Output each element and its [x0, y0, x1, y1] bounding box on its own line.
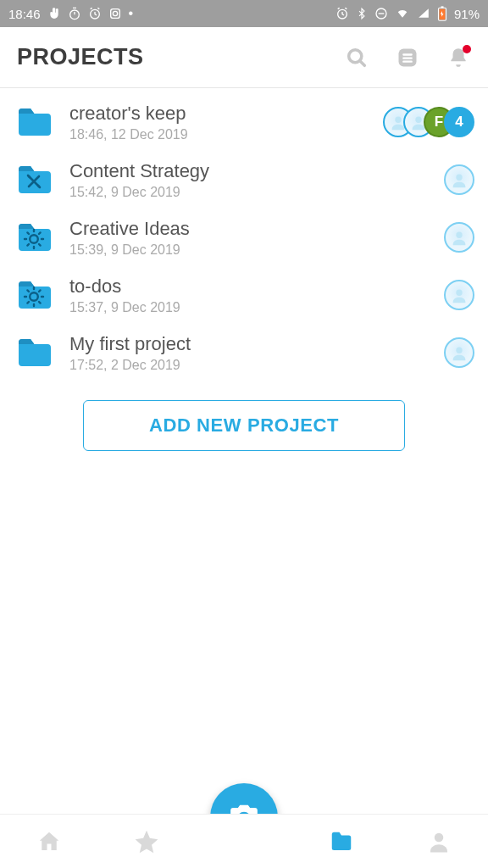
folder-icon — [12, 100, 56, 144]
android-status-bar: 18:46 • 91% — [0, 0, 488, 27]
nav-profile[interactable] — [413, 821, 464, 862]
svg-rect-12 — [402, 57, 413, 58]
folder-icon — [12, 273, 56, 317]
home-icon — [36, 829, 62, 854]
notification-dot-icon — [463, 45, 471, 53]
alarm-icon — [336, 7, 349, 20]
app-icon — [108, 7, 122, 20]
battery-icon — [437, 6, 447, 21]
project-subtitle: 17:52, 2 Dec 2019 — [69, 358, 430, 373]
nav-home[interactable] — [24, 821, 75, 862]
app-header: PROJECTS — [0, 27, 488, 88]
project-subtitle: 15:39, 9 Dec 2019 — [69, 242, 430, 258]
svg-rect-2 — [110, 9, 119, 19]
stopwatch-icon — [68, 7, 81, 20]
projects-list: creator's keep18:46, 12 Dec 2019F4Conten… — [0, 88, 488, 381]
project-row[interactable]: creator's keep18:46, 12 Dec 2019F4 — [0, 93, 488, 151]
avatar[interactable] — [444, 337, 474, 368]
nav-camera-spacer — [219, 821, 269, 862]
add-new-project-button[interactable]: ADD NEW PROJECT — [83, 400, 405, 451]
svg-point-21 — [456, 348, 462, 353]
project-row[interactable]: Content Strategy15:42, 9 Dec 2019 — [0, 151, 488, 209]
project-subtitle: 15:42, 9 Dec 2019 — [69, 185, 430, 200]
project-title: to-dos — [69, 275, 430, 298]
project-title: Content Strategy — [69, 159, 430, 183]
project-title: My first project — [69, 332, 430, 356]
svg-point-18 — [456, 232, 462, 238]
svg-point-20 — [456, 290, 462, 296]
project-row[interactable]: to-dos15:37, 9 Dec 2019 — [0, 266, 488, 324]
folder-icon — [12, 158, 56, 202]
project-subtitle: 15:37, 9 Dec 2019 — [69, 300, 430, 315]
wifi-icon — [395, 8, 410, 19]
svg-point-0 — [69, 10, 79, 19]
svg-point-14 — [395, 117, 401, 123]
svg-rect-7 — [441, 6, 443, 8]
bluetooth-icon — [356, 7, 368, 20]
svg-point-16 — [456, 175, 462, 181]
page-title: PROJECTS — [17, 44, 144, 70]
dnd-icon — [374, 7, 388, 20]
svg-point-3 — [113, 11, 117, 15]
project-row[interactable]: My first project17:52, 2 Dec 2019 — [0, 324, 488, 381]
svg-point-22 — [435, 832, 444, 842]
project-row[interactable]: Creative Ideas15:39, 9 Dec 2019 — [0, 209, 488, 266]
avatar[interactable] — [444, 280, 474, 310]
svg-point-15 — [415, 117, 421, 123]
search-icon — [345, 46, 369, 70]
dot-icon: • — [129, 6, 134, 21]
nav-projects[interactable] — [316, 821, 367, 862]
project-title: Creative Ideas — [69, 217, 430, 241]
star-icon — [133, 828, 160, 855]
alarm-icon — [88, 7, 102, 20]
collaborator-avatars[interactable]: F4 — [383, 107, 474, 137]
nav-favorites[interactable] — [121, 821, 172, 862]
notifications-button[interactable] — [446, 45, 471, 70]
signal-icon — [417, 8, 430, 19]
project-title: creator's keep — [69, 102, 369, 125]
menu-button[interactable] — [395, 45, 420, 70]
hand-icon — [47, 7, 61, 20]
folder-icon — [12, 215, 56, 259]
status-time: 18:46 — [8, 7, 41, 21]
avatar[interactable] — [444, 164, 474, 195]
folder-icon — [12, 331, 56, 375]
avatar[interactable] — [444, 222, 474, 253]
avatar: 4 — [444, 107, 474, 137]
status-battery: 91% — [454, 7, 480, 21]
lines-icon — [396, 46, 419, 70]
folder-icon — [329, 829, 354, 854]
svg-rect-13 — [402, 60, 413, 62]
person-icon — [426, 829, 452, 854]
bottom-nav — [0, 814, 488, 868]
svg-rect-11 — [402, 53, 413, 55]
search-button[interactable] — [344, 45, 369, 70]
project-subtitle: 18:46, 12 Dec 2019 — [69, 127, 369, 142]
